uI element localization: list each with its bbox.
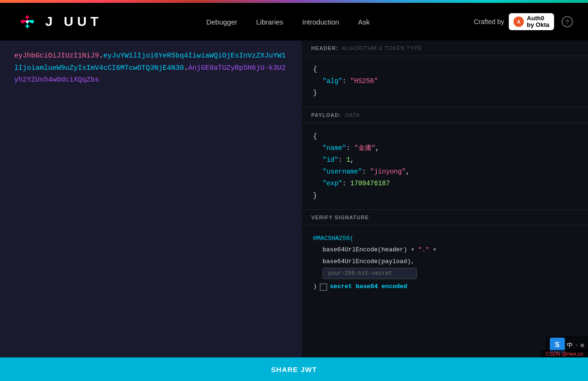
plus1: +	[411, 246, 414, 253]
auth0-text: Auth0 by Okta	[527, 15, 549, 29]
header-label: HEADER:	[311, 45, 338, 51]
auth0-logo-icon: A	[513, 17, 524, 27]
header-body: { "alg": "HS256" }	[302, 56, 588, 108]
verify-label: VERIFY SIGNATURE	[311, 215, 369, 220]
sogou-divider: ·	[575, 342, 579, 349]
jwt-token-text: eyJhbGciOiJIUzI1NiJ9.eyJuYW1lIjoi6YeR5bq…	[14, 50, 288, 86]
token-display: eyJhbGciOiJIUzI1NiJ9.eyJuYW1lIjoi6YeR5bq…	[0, 41, 302, 96]
header-section-header: HEADER: ALGORITHM & TOKEN TYPE	[302, 41, 588, 56]
sogou-text: 中	[567, 341, 573, 349]
header: J UUT Debugger Libraries Introduction As…	[0, 3, 588, 41]
close-paren: )	[313, 281, 317, 293]
payload-open-brace: {	[313, 133, 317, 140]
username-key: "username"	[323, 168, 362, 175]
main-content: eyJhbGciOiJIUzI1NiJ9.eyJuYW1lIjoi6YeR5bq…	[0, 41, 588, 381]
main-nav: Debugger Libraries Introduction Ask	[206, 18, 370, 26]
header-right: Crafted by A Auth0 by Okta ?	[474, 13, 573, 31]
nav-libraries[interactable]: Libraries	[256, 18, 283, 26]
help-button[interactable]: ?	[562, 16, 573, 27]
header-sub-label: ALGORITHM & TOKEN TYPE	[342, 45, 422, 51]
header-close-brace: }	[313, 89, 317, 97]
verify-body: HMACSHA256( base64UrlEncode(header) + ".…	[302, 225, 588, 300]
hmac-func: HMACSHA256(	[313, 235, 354, 242]
payload-sub-label: DATA	[345, 112, 360, 118]
payload-body: { "name": "金庸", "id": 1, "username": "ji…	[302, 123, 588, 210]
jwt-logo-icon	[15, 9, 40, 34]
nav-ask[interactable]: Ask	[358, 18, 370, 26]
svg-text:A: A	[517, 19, 521, 25]
sogou-more[interactable]: ⊕	[580, 341, 584, 349]
base64-encoded-checkbox[interactable]	[320, 283, 327, 291]
token-header: eyJhbGciOiJIUzI1NiJ9	[14, 52, 99, 60]
base64-payload: base64UrlEncode(payload),	[323, 258, 414, 265]
verify-section-header: VERIFY SIGNATURE	[302, 210, 588, 225]
auth0-badge: A Auth0 by Okta	[509, 13, 554, 31]
payload-label: PAYLOAD:	[311, 112, 341, 118]
logo-area: J UUT	[15, 9, 102, 34]
exp-key: "exp"	[323, 180, 342, 187]
crafted-by: Crafted by A Auth0 by Okta	[474, 13, 554, 31]
share-jwt-text: SHARE JWT	[271, 365, 317, 373]
name-value: "金庸"	[354, 144, 375, 152]
exp-value: 1709476187	[350, 180, 390, 187]
secret-input[interactable]	[323, 268, 417, 279]
plus2: +	[433, 246, 437, 253]
token-dot-1: .	[99, 52, 103, 60]
alg-value: "HS256"	[350, 77, 378, 85]
id-value: 1	[346, 156, 350, 164]
token-dot-2: .	[184, 64, 188, 72]
nav-debugger[interactable]: Debugger	[206, 18, 237, 26]
username-value: "jinyong"	[370, 168, 406, 175]
id-key: "id"	[323, 156, 339, 164]
payload-close-brace: }	[313, 192, 317, 199]
right-panel: HEADER: ALGORITHM & TOKEN TYPE { "alg": …	[302, 41, 588, 381]
name-key: "name"	[323, 144, 346, 152]
crafted-by-label: Crafted by	[474, 18, 505, 25]
logo-text: J UUT	[45, 14, 102, 29]
base64-encoded-label: secret base64 encoded	[330, 281, 407, 293]
left-panel: eyJhbGciOiJIUzI1NiJ9.eyJuYW1lIjoi6YeR5bq…	[0, 41, 302, 381]
alg-key: "alg"	[323, 77, 342, 85]
nav-introduction[interactable]: Introduction	[302, 18, 339, 26]
share-jwt-bar[interactable]: SHARE JWT	[0, 357, 588, 381]
base64-header: base64UrlEncode(header)	[323, 246, 407, 253]
csdn-text: CSDN @nwx.cn	[546, 351, 583, 356]
payload-section-header: PAYLOAD: DATA	[302, 108, 588, 123]
alg-colon: :	[342, 77, 346, 85]
csdn-bar: CSDN @nwx.cn	[541, 350, 588, 357]
dot-str: "."	[418, 246, 429, 253]
header-open-brace: {	[313, 66, 317, 73]
